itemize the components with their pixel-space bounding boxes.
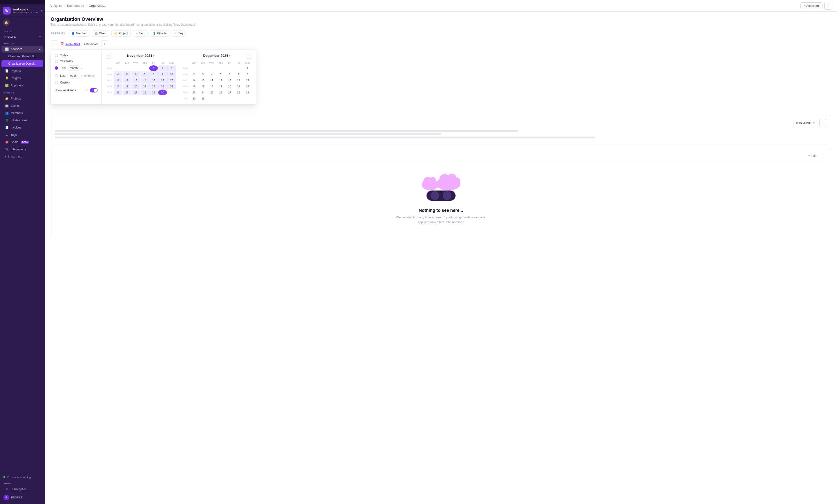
date-range-display[interactable]: 📅 11/01/2024 - 11/30/2024: [57, 41, 101, 47]
filter-task[interactable]: ✓ Task: [133, 30, 148, 37]
nov-w47-sun-17[interactable]: 17: [167, 77, 176, 83]
sidebar-item-approvals[interactable]: ✅ Approvals: [1, 82, 43, 89]
dec-w53-tue-24[interactable]: 24: [199, 90, 207, 95]
dec-w51-wed-11[interactable]: 11: [208, 77, 216, 83]
nov-w46-thu-7[interactable]: 7: [141, 71, 149, 77]
sidebar-show-more[interactable]: ▾ Show more: [1, 153, 43, 160]
date-next-button[interactable]: ›: [101, 40, 108, 47]
dec-w53-fri-27[interactable]: 27: [225, 90, 234, 95]
dec-w53-thu-26[interactable]: 26: [216, 90, 225, 95]
nov-w48-thu-21[interactable]: 21: [141, 84, 149, 89]
dec-w49-sun-1[interactable]: 1: [243, 65, 252, 71]
cal-radio-this[interactable]: This month week year ▾: [55, 65, 97, 71]
nov-w46-fri-8[interactable]: 8: [149, 71, 158, 77]
nov-w49-wed-27[interactable]: 27: [131, 90, 140, 95]
dec-w53-mon-23[interactable]: 23: [190, 90, 198, 95]
dec-w50-tue-3[interactable]: 3: [199, 71, 207, 77]
december-next-button[interactable]: ›: [246, 53, 252, 58]
date-prev-button[interactable]: ‹: [51, 40, 57, 47]
kebab-menu-button[interactable]: ⋮: [824, 2, 832, 10]
cal-radio-yesterday[interactable]: Yesterday: [55, 59, 97, 63]
dec-w51-sun-15[interactable]: 15: [243, 77, 252, 83]
dec-w52-sun-22[interactable]: 22: [243, 84, 252, 89]
dec-w51-fri-13[interactable]: 13: [225, 77, 234, 83]
sidebar-item-members[interactable]: 👥 Members: [1, 110, 43, 116]
sidebar-item-clients[interactable]: 🏢 Clients: [1, 103, 43, 109]
dec-w53-sat-28[interactable]: 28: [234, 90, 243, 95]
cal-radio-today[interactable]: Today: [55, 54, 97, 57]
nov-w46-mon-4[interactable]: 4: [113, 71, 122, 77]
this-month-button[interactable]: THIS MONTH ▾: [793, 120, 817, 126]
breadcrumb-analytics[interactable]: Analytics: [50, 4, 62, 7]
sidebar-profile-row[interactable]: P PROFILE: [0, 493, 45, 502]
show-weekends-toggle[interactable]: [90, 88, 97, 92]
edit-button[interactable]: ✏ Edit: [808, 154, 816, 158]
nov-w46-sun-10[interactable]: 10: [167, 71, 176, 77]
sidebar-workspace[interactable]: W Workspace YOUR ORGANIZATION ▾: [0, 4, 45, 17]
nov-w47-sat-16[interactable]: 16: [158, 77, 167, 83]
dec-w50-fri-6[interactable]: 6: [225, 71, 234, 77]
dec-w1-mon-30[interactable]: 30: [190, 96, 198, 102]
nov-w48-fri-22[interactable]: 22: [149, 84, 158, 89]
show-weekends-info-icon[interactable]: ⓘ: [86, 89, 88, 92]
dec-w1-tue-31[interactable]: 31: [199, 96, 207, 102]
last-period-select[interactable]: week month year: [68, 73, 80, 78]
filter-billable[interactable]: 💲 Billable: [150, 30, 169, 37]
nov-w45-sun-3[interactable]: 3: [167, 65, 176, 71]
breadcrumb-dashboards[interactable]: Dashboards: [67, 4, 84, 7]
november-prev-button[interactable]: ‹: [106, 53, 111, 58]
nov-w48-wed-20[interactable]: 20: [131, 84, 140, 89]
nov-w48-mon-18[interactable]: 18: [113, 84, 122, 89]
sidebar-item-integrations[interactable]: 🔌 Integrations: [1, 146, 43, 153]
empty-card-kebab-button[interactable]: ⋮: [819, 152, 827, 160]
nov-w47-mon-11[interactable]: 11: [113, 77, 122, 83]
nov-w49-mon-25[interactable]: 25: [113, 90, 122, 95]
sidebar-item-org-overview[interactable]: Organization Overvi...: [1, 60, 43, 67]
nov-w47-thu-14[interactable]: 14: [141, 77, 149, 83]
dec-w51-mon-9[interactable]: 9: [190, 77, 198, 83]
add-chart-button[interactable]: + Add chart: [800, 2, 822, 9]
nov-w48-sun-24[interactable]: 24: [167, 84, 176, 89]
dec-w52-sat-21[interactable]: 21: [234, 84, 243, 89]
cal-radio-custom[interactable]: Custom: [55, 81, 97, 84]
sidebar-item-tags[interactable]: 🏷 Tags: [1, 131, 43, 138]
sidebar-item-billable-rates[interactable]: 💲 Billable rates: [1, 117, 43, 124]
sidebar-item-reports[interactable]: 📄 Reports: [1, 68, 43, 74]
dec-w50-wed-4[interactable]: 4: [208, 71, 216, 77]
sidebar-item-analytics[interactable]: 📊 Analytics ▾: [1, 46, 43, 53]
dec-w50-sun-8[interactable]: 8: [243, 71, 252, 77]
nov-w47-fri-15[interactable]: 15: [149, 77, 158, 83]
nov-w49-tue-26[interactable]: 26: [123, 90, 131, 95]
dec-w51-tue-10[interactable]: 10: [199, 77, 207, 83]
dec-w52-thu-19[interactable]: 19: [216, 84, 225, 89]
dec-w52-wed-18[interactable]: 18: [208, 84, 216, 89]
dec-w50-mon-2[interactable]: 2: [190, 71, 198, 77]
nov-w47-tue-12[interactable]: 12: [123, 77, 131, 83]
dec-w52-fri-20[interactable]: 20: [225, 84, 234, 89]
nov-w45-fri-1[interactable]: 1: [149, 65, 158, 71]
dec-w51-thu-12[interactable]: 12: [216, 77, 225, 83]
filter-project[interactable]: 📁 Project: [111, 30, 130, 37]
filter-client[interactable]: 🏢 Client: [92, 30, 109, 37]
nov-w49-fri-29[interactable]: 29: [149, 90, 158, 95]
dec-w52-mon-16[interactable]: 16: [190, 84, 198, 89]
sidebar-item-invoices[interactable]: 🧾 Invoices: [1, 124, 43, 131]
cal-radio-last[interactable]: Last week month year ▾ to today: [55, 73, 97, 78]
nov-w46-wed-6[interactable]: 6: [131, 71, 140, 77]
dec-w50-thu-5[interactable]: 5: [216, 71, 225, 77]
filter-member[interactable]: 👤 Member: [69, 30, 89, 37]
sidebar-item-goals[interactable]: 🎯 Goals BETA: [1, 139, 43, 145]
nov-w48-sat-23[interactable]: 23: [158, 84, 167, 89]
sidebar-item-client-project[interactable]: Client and Project B...: [1, 53, 43, 60]
nov-w47-wed-13[interactable]: 13: [131, 77, 140, 83]
dec-w52-tue-17[interactable]: 17: [199, 84, 207, 89]
sidebar-item-subscription[interactable]: ≡ Subscription: [1, 486, 43, 492]
resume-onboarding-button[interactable]: Resume onboarding: [0, 474, 45, 480]
nov-w45-sat-2[interactable]: 2: [158, 65, 167, 71]
nov-w46-tue-5[interactable]: 5: [123, 71, 131, 77]
nov-w46-sat-9[interactable]: 9: [158, 71, 167, 77]
dec-w53-sun-29[interactable]: 29: [243, 90, 252, 95]
sidebar-item-insights[interactable]: 💡 Insights: [1, 75, 43, 82]
nov-w49-sat-30[interactable]: 30: [158, 90, 167, 95]
filter-tag[interactable]: 🏷 Tag: [172, 30, 185, 37]
